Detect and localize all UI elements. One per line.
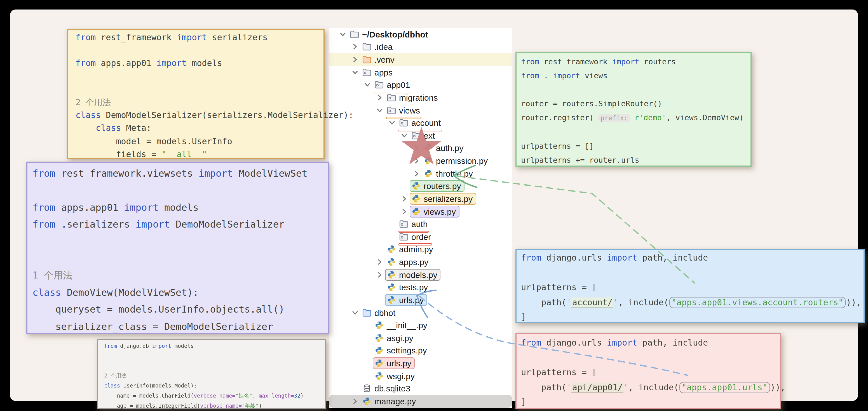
code-line: [75, 70, 323, 83]
file-label: permission.py: [436, 156, 488, 166]
tree-row-views[interactable]: views: [329, 104, 512, 116]
chevron-spacer: [363, 334, 372, 343]
chevron-right-icon[interactable]: [400, 194, 408, 203]
tree-row-app01[interactable]: app01: [329, 78, 512, 91]
python-file-icon: [374, 321, 384, 330]
chevron-right-icon[interactable]: [375, 93, 384, 102]
code-line: [75, 83, 323, 96]
file-group: ~/Desktop/dbhot: [348, 29, 432, 40]
tree-row-settings-py[interactable]: settings.py: [329, 344, 512, 357]
file-label: __init__.py: [387, 320, 427, 330]
chevron-right-icon[interactable]: [400, 207, 408, 216]
file-group: __init__.py: [373, 319, 431, 331]
file-label: dbhot: [374, 308, 395, 317]
code-box-views: from rest_framework.viewsets import Mode…: [26, 162, 329, 334]
file-label: manage.py: [374, 397, 416, 406]
tree-row-apps-py[interactable]: apps.py: [329, 256, 512, 268]
tree-row-venv[interactable]: .venv: [329, 54, 512, 66]
code-line: queryset = models.UserInfo.objects.all(): [32, 301, 328, 318]
file-label: ~/Desktop/dbhot: [362, 30, 428, 39]
tree-row-asgi-py[interactable]: asgi.py: [329, 332, 512, 344]
chevron-spacer: [363, 346, 372, 355]
package-folder-icon: [387, 93, 396, 102]
code-line: name = models.CharField(verbose_name="姓名…: [104, 391, 325, 401]
file-label: settings.py: [387, 346, 427, 355]
chevron-right-icon[interactable]: [350, 42, 359, 52]
database-icon: [362, 384, 372, 393]
chevron-down-icon[interactable]: [350, 308, 359, 317]
chevron-right-icon[interactable]: [412, 169, 421, 178]
tree-row-auth[interactable]: auth: [329, 218, 512, 230]
folder-icon: [362, 42, 372, 52]
tree-row-manage-py[interactable]: manage.py: [329, 395, 512, 407]
file-label: urls.py: [399, 295, 424, 305]
code-snippet: from django.db import models 2 个用法class …: [104, 341, 325, 411]
chevron-right-icon[interactable]: [375, 270, 384, 279]
chevron-right-icon[interactable]: [350, 55, 359, 64]
chevron-down-icon[interactable]: [363, 80, 372, 90]
chevron-right-icon[interactable]: [350, 397, 359, 406]
tree-row-urls-py[interactable]: urls.py: [329, 357, 512, 370]
tree-row-serializers-py[interactable]: serializers.py: [329, 192, 512, 205]
python-file-icon: [387, 245, 396, 254]
tree-row-apps[interactable]: apps: [329, 66, 512, 78]
python-file-icon: [374, 371, 384, 380]
code-line: from . import views: [521, 69, 750, 83]
tree-row-dbhot[interactable]: dbhot: [329, 306, 512, 319]
chevron-right-icon[interactable]: [412, 156, 421, 165]
code-line: serializer_class = DemoModelSerializer: [32, 318, 328, 335]
code-box-serializers: from rest_framework import serializers f…: [67, 29, 324, 159]
tree-row-order[interactable]: order: [329, 230, 512, 243]
python-file-icon: [387, 296, 396, 305]
package-folder-icon: [374, 80, 384, 90]
tree-row-views-py[interactable]: views.py: [329, 205, 512, 218]
tree-row-desktop-dbhot[interactable]: ~/Desktop/dbhot: [329, 28, 512, 40]
tree-row-idea[interactable]: .idea: [329, 40, 512, 53]
tree-row-migrations[interactable]: migrations: [329, 91, 512, 104]
package-folder-icon: [362, 68, 372, 77]
code-snippet: from rest_framework.viewsets import Mode…: [32, 165, 328, 335]
file-group: migrations: [385, 92, 441, 103]
code-line: [104, 351, 325, 361]
file-group: asgi.py: [373, 332, 417, 344]
chevron-spacer: [350, 384, 359, 393]
chevron-right-icon[interactable]: [375, 258, 384, 267]
file-group: apps.py: [385, 256, 432, 268]
python-file-icon: [424, 169, 433, 178]
tree-row-tests-py[interactable]: tests.py: [329, 281, 512, 294]
code-line: router = routers.SimpleRouter(): [521, 97, 750, 111]
file-group: .idea: [361, 41, 396, 53]
chevron-down-icon[interactable]: [375, 106, 384, 115]
tree-row-models-py[interactable]: models.py: [329, 268, 512, 281]
tree-row-permission-py[interactable]: permission.py: [329, 155, 512, 167]
chevron-right-icon[interactable]: [412, 144, 421, 153]
tree-row-ext[interactable]: ext: [329, 129, 512, 142]
code-box-models: from django.db import models 2 个用法class …: [97, 339, 326, 409]
code-line: class UserInfo(models.Model):: [104, 381, 325, 391]
chevron-down-icon[interactable]: [400, 131, 408, 140]
tree-row-urls-py[interactable]: urls.py: [329, 294, 512, 306]
tree-row-db-sqlite3[interactable]: db.sqlite3: [329, 382, 512, 395]
file-group: views: [385, 104, 423, 116]
python-file-icon: [411, 194, 421, 203]
file-label: throttle.py: [436, 169, 473, 178]
tree-row-throttle-py[interactable]: throttle.py: [329, 167, 512, 180]
code-line: class DemoModelSerializer(serializers.Mo…: [75, 109, 323, 122]
tree-row-routers-py[interactable]: routers.py: [329, 180, 512, 192]
chevron-down-icon[interactable]: [338, 30, 347, 39]
chevron-down-icon[interactable]: [350, 68, 359, 77]
code-line: [521, 83, 750, 97]
chevron-down-icon[interactable]: [387, 118, 396, 127]
tree-row-init-py[interactable]: __init__.py: [329, 319, 512, 332]
file-group: ext: [410, 130, 438, 141]
tree-row-auth-py[interactable]: auth.py: [329, 142, 512, 154]
tree-row-account[interactable]: account: [329, 116, 512, 129]
highlighted-file-group: urls.py: [373, 357, 415, 369]
code-line: 1 个用法: [32, 267, 328, 284]
highlighted-file-group: routers.py: [410, 180, 464, 192]
code-line: path('api/app01/', include("apps.app01.u…: [521, 380, 780, 395]
tree-row-admin-py[interactable]: admin.py: [329, 243, 512, 255]
file-label: tests.py: [399, 283, 428, 292]
tree-row-wsgi-py[interactable]: wsgi.py: [329, 370, 512, 382]
code-line: [521, 350, 780, 365]
